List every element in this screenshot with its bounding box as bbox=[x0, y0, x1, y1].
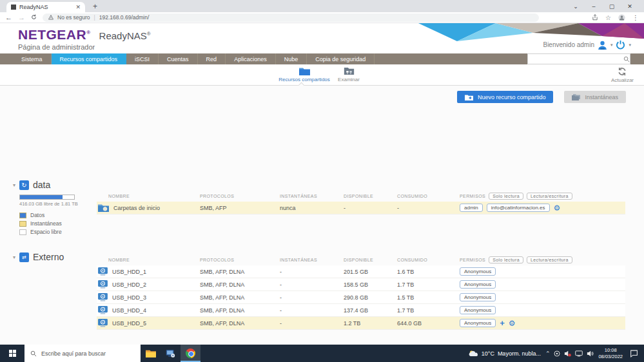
legend-swatch bbox=[19, 221, 26, 227]
nav-search[interactable] bbox=[527, 53, 630, 64]
nav-tab-red[interactable]: Red bbox=[198, 53, 226, 64]
collapse-caret-icon[interactable]: ▾ bbox=[13, 182, 15, 188]
tray-volume-muted-icon[interactable] bbox=[564, 350, 571, 357]
column-header-perms: PERMISOS bbox=[460, 258, 485, 262]
search-icon[interactable] bbox=[623, 56, 630, 62]
external-title: Externo bbox=[33, 252, 64, 262]
perm-filter-button[interactable]: Lectura/escritura bbox=[527, 256, 572, 263]
user-menu-caret-icon[interactable]: ▾ bbox=[610, 43, 613, 48]
warning-icon bbox=[48, 15, 54, 20]
tray-expand-icon[interactable]: ⌃ bbox=[545, 350, 551, 357]
add-icon[interactable]: + bbox=[500, 319, 505, 327]
new-tab-button[interactable]: + bbox=[93, 3, 97, 10]
chrome-icon[interactable] bbox=[181, 345, 200, 362]
collapse-caret-icon[interactable]: ▾ bbox=[13, 254, 15, 260]
product-name: ReadyNAS® bbox=[99, 30, 151, 41]
cloud-icon bbox=[469, 350, 478, 357]
bookmark-star-icon[interactable]: ☆ bbox=[605, 14, 611, 21]
settings-gear-icon[interactable]: ⚙ bbox=[554, 204, 561, 212]
nav-tab-sistema[interactable]: Sistema bbox=[13, 53, 52, 64]
share-name: USB_HDD_1 bbox=[112, 269, 146, 275]
taskbar-search[interactable]: Escribe aquí para buscar bbox=[24, 345, 141, 362]
favicon bbox=[11, 5, 16, 10]
permission-chip[interactable]: info@catinformacion.es bbox=[487, 204, 550, 212]
power-icon[interactable] bbox=[616, 40, 625, 50]
user-icon[interactable] bbox=[598, 41, 607, 50]
permission-chip[interactable]: admin bbox=[460, 204, 483, 212]
cell-used: - bbox=[397, 205, 460, 211]
settings-gear-icon[interactable]: ⚙ bbox=[509, 319, 516, 327]
back-icon[interactable]: ← bbox=[5, 14, 12, 21]
url-text[interactable]: 192.168.0.69/admin/ bbox=[99, 14, 150, 21]
nav-tab-copia-de-seguridad[interactable]: Copia de seguridad bbox=[307, 53, 375, 64]
maximize-button[interactable]: ▢ bbox=[603, 3, 621, 10]
perm-filter-button[interactable]: Solo lectura bbox=[489, 256, 523, 263]
profile-avatar-icon[interactable] bbox=[618, 14, 625, 21]
cell-used: 1.6 TB bbox=[397, 269, 460, 275]
share-icon[interactable] bbox=[592, 14, 598, 21]
column-header-used: CONSUMIDO bbox=[397, 258, 460, 262]
table-row[interactable]: Carpetas de inicioSMB, AFPnunca--adminin… bbox=[97, 202, 625, 214]
legend-label: Instantáneas bbox=[30, 220, 62, 227]
snapshots-button[interactable]: Instantáneas bbox=[564, 91, 626, 103]
power-menu-caret-icon[interactable]: ▾ bbox=[629, 43, 631, 48]
nav-tab-cuentas[interactable]: Cuentas bbox=[159, 53, 198, 64]
permission-chip[interactable]: Anonymous bbox=[460, 293, 496, 301]
tab-search-icon[interactable]: ⌄ bbox=[567, 3, 585, 10]
browse-icon bbox=[344, 67, 355, 75]
security-label[interactable]: No es seguro bbox=[57, 14, 90, 21]
address-bar: ← → No es seguro | 192.168.0.69/admin/ ☆… bbox=[0, 12, 644, 23]
action-center-icon[interactable] bbox=[630, 350, 638, 357]
tray-display-icon[interactable] bbox=[575, 350, 583, 357]
browser-tabstrip: ReadyNAS ✕ + ⌄ – ▢ ✕ bbox=[0, 0, 644, 12]
table-row[interactable]: USB_HDD_1SMB, AFP, DLNA-201.5 GB1.6 TBAn… bbox=[97, 265, 625, 278]
permission-chip[interactable]: Anonymous bbox=[460, 306, 496, 314]
tray-speaker-icon[interactable] bbox=[587, 350, 594, 357]
url-box[interactable]: No es seguro | 192.168.0.69/admin/ bbox=[43, 14, 539, 22]
sub-toolbar: Recursos compartidos Examinar Actualizar bbox=[0, 64, 644, 86]
nav-tab-iscsi[interactable]: iSCSI bbox=[126, 53, 159, 64]
table-row[interactable]: USB_HDD_3SMB, AFP, DLNA-290.8 GB1.5 TBAn… bbox=[97, 291, 625, 304]
nav-tab-nube[interactable]: Nube bbox=[276, 53, 307, 64]
minimize-button[interactable]: – bbox=[585, 3, 603, 10]
browser-menu-icon[interactable]: ⋮ bbox=[632, 14, 639, 21]
browser-tab[interactable]: ReadyNAS ✕ bbox=[6, 2, 85, 12]
start-button[interactable] bbox=[0, 345, 24, 362]
file-explorer-icon[interactable] bbox=[141, 345, 161, 362]
forward-icon[interactable]: → bbox=[18, 14, 25, 21]
remote-desktop-icon[interactable] bbox=[161, 345, 181, 362]
tab-close-icon[interactable]: ✕ bbox=[75, 4, 81, 10]
usb-drive-icon bbox=[98, 267, 108, 276]
reload-icon[interactable] bbox=[31, 14, 37, 21]
cell-available: 201.5 GB bbox=[344, 269, 397, 275]
table-row[interactable]: USB_HDD_4SMB, AFP, DLNA-137.4 GB1.7 TBAn… bbox=[97, 304, 625, 317]
refresh-button[interactable]: Actualizar bbox=[611, 67, 634, 83]
toolbar-item-browse[interactable]: Examinar bbox=[320, 67, 378, 82]
share-name: USB_HDD_3 bbox=[112, 294, 146, 301]
perm-filter-button[interactable]: Solo lectura bbox=[489, 193, 523, 200]
cell-available: 1.2 TB bbox=[344, 320, 397, 327]
new-share-button[interactable]: Nuevo recurso compartido bbox=[457, 91, 554, 103]
search-input[interactable] bbox=[528, 56, 623, 62]
external-usb-icon: ⇄ bbox=[19, 252, 29, 262]
taskbar-weather[interactable]: 10°C Mayorm. nubla... bbox=[469, 350, 541, 357]
cell-used: 644.0 GB bbox=[397, 320, 460, 327]
tray-app-icon[interactable] bbox=[554, 350, 560, 357]
nav-tab-aplicaciones[interactable]: Aplicaciones bbox=[226, 53, 276, 64]
permission-chip[interactable]: Anonymous bbox=[460, 280, 496, 289]
table-row[interactable]: USB_HDD_5SMB, AFP, DLNA-1.2 TB644.0 GBAn… bbox=[97, 317, 625, 330]
table-row[interactable]: USB_HDD_2SMB, AFP, DLNA-158.5 GB1.7 TBAn… bbox=[97, 278, 625, 291]
close-button[interactable]: ✕ bbox=[621, 3, 639, 10]
usb-drive-icon bbox=[98, 280, 108, 289]
nav-tab-recursos-compartidos[interactable]: Recursos compartidos bbox=[52, 53, 127, 64]
cell-snapshots: nunca bbox=[280, 205, 344, 211]
taskbar-clock[interactable]: 10:08 08/03/2022 bbox=[598, 347, 623, 360]
permission-chip[interactable]: Anonymous bbox=[460, 319, 496, 327]
table-header: NOMBREPROTOCOLOSINSTANTÁNEASDISPONIBLECO… bbox=[97, 254, 625, 265]
cell-snapshots: - bbox=[280, 281, 344, 288]
cell-protocols: SMB, AFP, DLNA bbox=[200, 307, 280, 314]
folder-gear-icon bbox=[98, 204, 109, 212]
permission-chip[interactable]: Anonymous bbox=[460, 267, 496, 276]
perm-filter-button[interactable]: Lectura/escritura bbox=[527, 193, 572, 200]
usb-drive-icon bbox=[98, 306, 108, 314]
